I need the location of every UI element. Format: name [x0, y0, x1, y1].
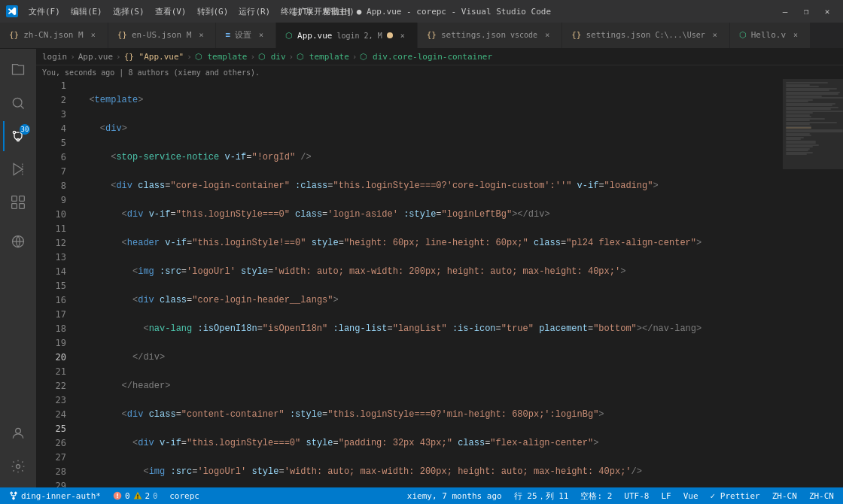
menu-select[interactable]: 选择(S) [108, 5, 149, 19]
bc-div-core[interactable]: ⬡ div.core-login-container [360, 52, 492, 62]
tab-settings-json-vscode[interactable]: {} settings.json vscode × [418, 23, 562, 48]
tab-zh-cn[interactable]: {} zh-CN.json M × [0, 23, 108, 48]
warning-count: 2 [145, 491, 151, 501]
tab-settings[interactable]: ≡ 设置 × [216, 23, 276, 48]
tab-close-icon[interactable]: × [790, 30, 801, 41]
tab-label: 设置 [235, 29, 251, 41]
menu-run[interactable]: 运行(R) [234, 5, 275, 19]
title-bar: 文件(F) 编辑(E) 选择(S) 查看(V) 转到(G) 运行(R) 终端(T… [0, 0, 843, 23]
status-locale[interactable]: ZH-CN [769, 487, 800, 504]
activity-gear[interactable] [3, 451, 33, 481]
status-errors[interactable]: 0 2 0 [110, 487, 160, 504]
tab-app-vue[interactable]: ⬡ App.vue login 2, M × [276, 23, 418, 48]
bc-template[interactable]: ⬡ template [195, 52, 248, 62]
bc-appvue[interactable]: App.vue [78, 52, 113, 62]
bc-appvue-str[interactable]: {} "App.vue" [124, 52, 184, 62]
maximize-button[interactable]: ❐ [796, 4, 816, 19]
minimap [783, 79, 843, 487]
status-branch[interactable]: ding-inner-auth* [6, 487, 104, 504]
svg-rect-6 [12, 204, 17, 209]
code-editor[interactable]: 1 2 3 4 5 6 7 8 9 10 11 12 13 14 15 16 1… [36, 79, 843, 487]
tab-label: settings.json [441, 30, 506, 40]
status-language[interactable]: Vue [680, 487, 701, 504]
tab-close-icon[interactable]: × [256, 30, 266, 41]
code-line-7: <img :src='logoUrl' style='width: auto; … [75, 265, 783, 279]
code-line-9: <nav-lang :isOpenI18n="isOpenI18n" :lang… [75, 322, 783, 336]
status-locale-right[interactable]: ZH-CN [806, 487, 837, 504]
tab-hellov[interactable]: ⬡ Hello.v × [730, 23, 811, 48]
status-formatter[interactable]: ✓ Prettier [708, 487, 763, 504]
svg-rect-7 [20, 204, 25, 209]
menu-edit[interactable]: 编辑(E) [66, 5, 107, 19]
vscode-logo [6, 5, 18, 17]
tab-path: vscode [510, 31, 537, 39]
activity-run[interactable] [3, 154, 33, 184]
minimize-button[interactable]: — [775, 4, 795, 19]
code-line-12: <div class="content-container" :style="t… [75, 408, 783, 422]
status-git-user[interactable]: xiemy, 7 months ago [404, 487, 505, 504]
activity-accounts[interactable] [3, 418, 33, 448]
branch-name: ding-inner-auth* [21, 491, 101, 501]
code-line-10: </div> [75, 351, 783, 365]
window-controls: — ❐ ✕ [775, 4, 837, 19]
tab-icon-vue: ⬡ [739, 30, 747, 40]
svg-rect-5 [20, 196, 25, 202]
tab-en-us[interactable]: {} en-US.json M × [108, 23, 217, 48]
activity-remote[interactable] [3, 226, 33, 257]
code-content[interactable]: <template> <div> <stop-service-notice v-… [72, 79, 783, 487]
tab-icon-vue: ⬡ [285, 31, 293, 41]
main-area: 30 login › App.vue › {} "App.vue" › ⬡ te… [0, 49, 843, 487]
tab-modified-dot [387, 32, 393, 38]
svg-point-0 [13, 98, 22, 107]
menu-view[interactable]: 查看(V) [151, 5, 191, 19]
file-encoding: UTF-8 [624, 491, 649, 501]
menu-file[interactable]: 文件(F) [24, 5, 65, 19]
code-line-3: <stop-service-notice v-if="!orgId" /> [75, 150, 783, 165]
bc-login[interactable]: login [42, 52, 67, 62]
menu-goto[interactable]: 转到(G) [193, 5, 233, 19]
locale-left: ZH-CN [772, 491, 797, 501]
activity-explorer[interactable] [3, 55, 33, 85]
tab-path: C:\...\User [655, 31, 705, 39]
cursor-position: 行 25，列 11 [514, 490, 569, 502]
activity-bar: 30 [0, 49, 36, 487]
status-position[interactable]: 行 25，列 11 [511, 487, 572, 504]
code-line-6: <header v-if="this.loginStyle!==0" style… [75, 236, 783, 250]
status-project[interactable]: corepc [166, 487, 202, 504]
svg-point-1 [13, 131, 15, 133]
tab-label: Hello.v [751, 30, 786, 40]
line-numbers: 1 2 3 4 5 6 7 8 9 10 11 12 13 14 15 16 1… [36, 79, 72, 487]
tab-close-icon[interactable]: × [196, 30, 206, 41]
tab-close-icon[interactable]: × [397, 30, 408, 41]
status-spaces[interactable]: 空格: 2 [577, 487, 615, 504]
language-mode: Vue [683, 491, 698, 501]
activity-source-control[interactable]: 30 [3, 121, 33, 151]
activity-search[interactable] [3, 88, 33, 118]
tab-close-icon[interactable]: × [88, 30, 99, 41]
locale-right: ZH-CN [809, 491, 834, 501]
tab-close-icon[interactable]: × [710, 30, 720, 41]
git-info-line: You, seconds ago | 8 authors (xiemy and … [36, 65, 843, 79]
tab-label: zh-CN.json M [23, 30, 83, 40]
bc-template2[interactable]: ⬡ template [297, 52, 349, 62]
status-bar-left: ding-inner-auth* 0 2 0 corepc [6, 487, 202, 504]
code-line-4: <div class="core-login-container" :class… [75, 179, 783, 193]
tab-label: en-US.json M [132, 30, 191, 40]
minimap-content [783, 79, 843, 487]
status-line-ending[interactable]: LF [658, 487, 674, 504]
window-title: [扩展开发宿主] ● App.vue - corepc - Visual Stu… [292, 6, 551, 17]
tab-close-icon[interactable]: × [542, 30, 552, 41]
tab-settings-json-user[interactable]: {} settings.json C:\...\User × [562, 23, 730, 48]
code-line-2: <div> [75, 122, 783, 136]
code-line-5: <div v-if="this.loginStyle===0" class='l… [75, 208, 783, 222]
tab-icon-settings: ≡ [225, 30, 230, 40]
line-ending: LF [661, 491, 671, 501]
close-button[interactable]: ✕ [817, 4, 837, 19]
status-encoding[interactable]: UTF-8 [621, 487, 652, 504]
svg-point-10 [17, 465, 20, 469]
git-user: xiemy, 7 months ago [407, 491, 502, 501]
error-count: 0 [125, 491, 130, 501]
activity-extensions[interactable] [3, 187, 33, 217]
breadcrumb: login › App.vue › {} "App.vue" › ⬡ templ… [36, 49, 843, 65]
bc-div[interactable]: ⬡ div [258, 52, 286, 62]
